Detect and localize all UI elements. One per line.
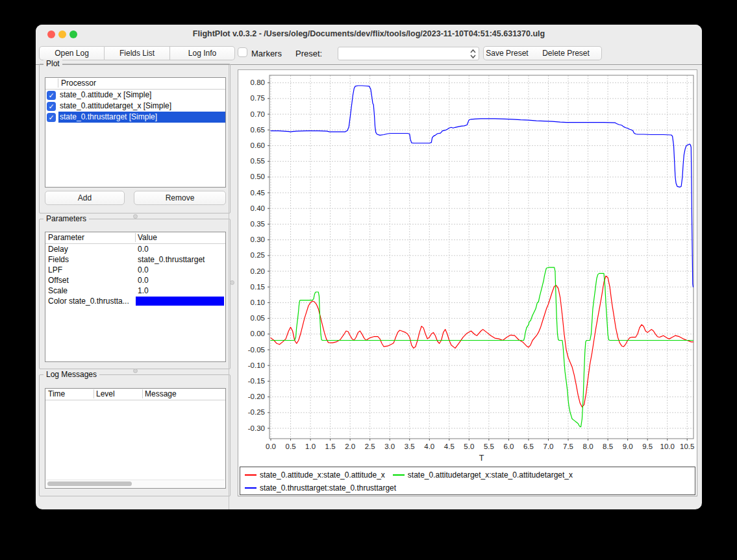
parameter-name: Delay	[48, 244, 68, 254]
legend-line-icon	[245, 487, 256, 489]
color-swatch[interactable]	[136, 297, 224, 306]
svg-text:0.05: 0.05	[251, 314, 265, 322]
parameter-name: Offset	[48, 275, 69, 286]
value-column-header: Value	[138, 233, 157, 242]
legend-line-icon	[245, 474, 256, 476]
save-preset-button[interactable]: Save Preset	[483, 46, 531, 60]
svg-text:0.75: 0.75	[251, 94, 265, 102]
delete-preset-button[interactable]: Delete Preset	[531, 46, 602, 60]
svg-text:7.5: 7.5	[563, 443, 573, 450]
svg-text:0.10: 0.10	[251, 298, 265, 306]
svg-text:-0.15: -0.15	[248, 377, 265, 385]
svg-text:-0.25: -0.25	[248, 408, 265, 416]
svg-text:0.20: 0.20	[251, 267, 265, 275]
svg-text:0.0: 0.0	[266, 443, 276, 450]
remove-button[interactable]: Remove	[134, 191, 226, 205]
titlebar: FlightPlot v.0.3.2 - /Users/oleg/Documen…	[36, 25, 702, 43]
markers-checkbox[interactable]	[238, 47, 247, 57]
svg-text:9.0: 9.0	[623, 443, 633, 450]
processor-list-header: Processor	[45, 78, 225, 90]
svg-text:8.0: 8.0	[583, 443, 593, 450]
parameter-row[interactable]: Fieldsstate_0.thrusttarget	[45, 254, 225, 265]
svg-text:4.5: 4.5	[444, 443, 455, 450]
flightplot-window: FlightPlot v.0.3.2 - /Users/oleg/Documen…	[36, 25, 702, 509]
svg-text:0.15: 0.15	[251, 283, 265, 291]
log-info-button[interactable]: Log Info	[170, 46, 235, 60]
parameter-row[interactable]: Scale1.0	[45, 286, 225, 296]
parameters-table: Parameter Value Delay0.0Fieldsstate_0.th…	[45, 232, 226, 362]
add-button[interactable]: Add	[45, 191, 125, 205]
parameter-name: Fields	[48, 254, 69, 265]
parameters-table-header: Parameter Value	[45, 232, 225, 244]
svg-text:10.5: 10.5	[680, 443, 694, 450]
plot-item-label: state_0.thrusttarget [Simple]	[58, 112, 225, 123]
parameter-row[interactable]: Offset0.0	[45, 275, 225, 286]
svg-text:10.0: 10.0	[660, 443, 674, 450]
splitter-handle[interactable]	[133, 214, 138, 219]
panel-splitter[interactable]	[229, 65, 229, 509]
svg-text:0.5: 0.5	[286, 443, 296, 450]
parameter-row[interactable]: Color state_0.thrustta...	[45, 296, 225, 306]
svg-text:0.40: 0.40	[251, 204, 265, 212]
parameter-name: Color state_0.thrustta...	[48, 296, 129, 306]
svg-text:8.5: 8.5	[603, 443, 613, 450]
level-column-header: Level	[96, 389, 115, 398]
svg-text:0.30: 0.30	[251, 236, 265, 243]
log-messages-group: Log Messages Time Level Message	[39, 374, 231, 496]
parameter-value: 0.0	[138, 275, 149, 286]
svg-text:-0.05: -0.05	[248, 346, 265, 354]
legend-item: state_0.attitudetarget_x:state_0.attitud…	[393, 470, 573, 480]
parameter-row[interactable]: Delay0.0	[45, 244, 225, 254]
log-messages-table: Time Level Message	[45, 388, 226, 489]
svg-text:0.00: 0.00	[251, 330, 265, 337]
preset-combobox[interactable]	[338, 47, 479, 60]
minimize-button[interactable]	[58, 30, 66, 38]
svg-text:0.50: 0.50	[251, 173, 265, 180]
checked-checkbox-icon[interactable]: ✓	[47, 113, 56, 122]
svg-text:T: T	[479, 454, 484, 463]
markers-label: Markers	[251, 49, 282, 58]
close-button[interactable]	[47, 30, 55, 38]
plot-item-label: state_0.attitude_x [Simple]	[58, 90, 225, 101]
horizontal-scrollbar[interactable]	[46, 480, 225, 487]
parameter-value: 0.0	[138, 244, 149, 254]
plot-list-item[interactable]: ✓state_0.thrusttarget [Simple]	[45, 112, 225, 123]
legend-label: state_0.thrusttarget:state_0.thrusttarge…	[260, 483, 396, 493]
checked-checkbox-icon[interactable]: ✓	[47, 102, 56, 111]
legend-label: state_0.attitude_x:state_0.attitude_x	[260, 470, 385, 480]
parameter-row[interactable]: LPF0.0	[45, 265, 225, 275]
splitter-handle[interactable]	[133, 369, 138, 373]
svg-text:0.80: 0.80	[251, 79, 265, 86]
parameter-value: 1.0	[138, 286, 149, 296]
svg-text:2.5: 2.5	[365, 443, 375, 450]
svg-text:0.25: 0.25	[251, 251, 265, 259]
svg-text:4.0: 4.0	[424, 443, 434, 450]
fields-list-button[interactable]: Fields List	[105, 46, 170, 60]
checked-checkbox-icon[interactable]: ✓	[47, 91, 56, 100]
svg-text:0.35: 0.35	[251, 220, 265, 228]
processor-column-header: Processor	[61, 79, 96, 88]
plot-list-item[interactable]: ✓state_0.attitudetarget_x [Simple]	[45, 101, 225, 112]
maximize-button[interactable]	[69, 30, 77, 38]
parameters-group: Parameters Parameter Value Delay0.0Field…	[39, 219, 231, 369]
message-column-header: Message	[145, 389, 177, 398]
legend-item: state_0.attitude_x:state_0.attitude_x	[245, 470, 385, 480]
svg-text:5.5: 5.5	[484, 443, 494, 450]
splitter-handle[interactable]	[230, 280, 234, 285]
parameter-name: LPF	[48, 265, 62, 275]
scrollbar-thumb[interactable]	[47, 481, 132, 486]
parameters-group-title: Parameters	[44, 214, 89, 223]
svg-text:0.70: 0.70	[251, 110, 265, 118]
parameter-column-header: Parameter	[48, 233, 84, 242]
plot-group-title: Plot	[44, 59, 62, 68]
svg-text:5.0: 5.0	[464, 443, 474, 450]
legend-line-icon	[393, 474, 405, 476]
preset-label: Preset:	[295, 49, 322, 58]
svg-text:-0.20: -0.20	[248, 393, 265, 400]
open-log-button[interactable]: Open Log	[39, 46, 105, 60]
svg-text:0.65: 0.65	[251, 126, 265, 134]
log-messages-group-title: Log Messages	[44, 370, 99, 379]
plot-list-item[interactable]: ✓state_0.attitude_x [Simple]	[45, 90, 225, 101]
chart-canvas[interactable]: 0.800.750.700.650.600.550.500.450.400.35…	[238, 70, 697, 466]
combobox-stepper-icon	[469, 49, 477, 58]
